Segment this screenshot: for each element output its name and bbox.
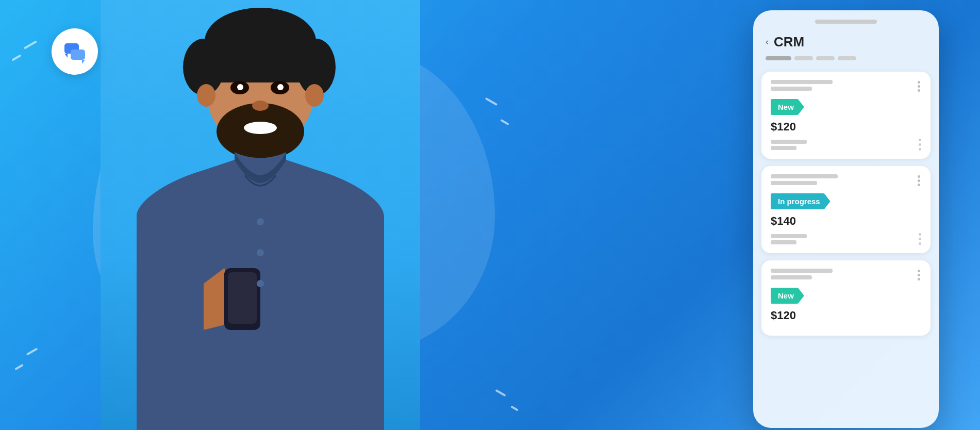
- right-dot: [919, 233, 921, 236]
- person-photo-area: [101, 0, 420, 430]
- svg-point-21: [257, 218, 264, 225]
- phone-notch: [815, 20, 877, 24]
- crm-card-3: New $120: [761, 260, 931, 336]
- card-3-menu[interactable]: [917, 269, 921, 282]
- svg-point-23: [257, 280, 264, 287]
- dot: [918, 184, 920, 186]
- phone-mockup: ‹ CRM New $120: [753, 10, 939, 428]
- right-dot: [919, 148, 921, 151]
- decor-dash-7: [495, 389, 506, 396]
- phone-tabs: [753, 56, 939, 68]
- footer-line-1: [771, 234, 807, 238]
- card-3-title-line2: [771, 275, 812, 279]
- svg-rect-1: [71, 49, 85, 60]
- svg-point-17: [197, 84, 215, 107]
- dot: [918, 274, 920, 276]
- dot: [918, 89, 920, 92]
- decor-dash-1: [24, 40, 37, 49]
- right-dot: [919, 242, 921, 245]
- footer-line-1: [771, 140, 807, 144]
- dot: [918, 270, 920, 272]
- footer-line-2: [771, 240, 796, 244]
- decor-dash-8: [510, 405, 519, 411]
- phone-content: New $120: [753, 68, 939, 428]
- right-dot: [919, 238, 921, 240]
- card-2-footer-lines: [771, 234, 807, 244]
- card-3-title: [771, 269, 833, 279]
- decor-dash-3: [485, 97, 498, 106]
- dot: [918, 179, 920, 182]
- tab-4[interactable]: [838, 56, 856, 60]
- right-dot: [919, 139, 921, 141]
- chat-icon-container: [52, 28, 98, 75]
- card-1-title: [771, 80, 833, 91]
- dot: [918, 278, 920, 280]
- card-3-title-line1: [771, 269, 833, 273]
- card-1-status-badge: New: [771, 99, 804, 115]
- tab-2[interactable]: [794, 56, 813, 60]
- tab-3[interactable]: [816, 56, 835, 60]
- card-2-menu[interactable]: [917, 174, 921, 187]
- card-2-header: [771, 174, 921, 187]
- card-1-header: [771, 80, 921, 93]
- tab-1[interactable]: [766, 56, 791, 60]
- card-2-title-line1: [771, 174, 838, 178]
- svg-point-13: [237, 84, 243, 90]
- right-dot: [919, 143, 921, 146]
- decor-dash-4: [500, 119, 509, 125]
- back-button[interactable]: ‹: [766, 37, 769, 47]
- svg-rect-8: [204, 46, 317, 82]
- dot: [918, 85, 920, 88]
- svg-point-18: [305, 84, 324, 107]
- card-1-footer-lines: [771, 140, 807, 150]
- card-1-price: $120: [771, 120, 921, 134]
- card-3-header: [771, 269, 921, 282]
- card-2-right-dots: [919, 233, 921, 245]
- decor-dash-5: [26, 348, 38, 355]
- svg-point-14: [277, 84, 284, 90]
- card-1-right-dots: [919, 139, 921, 151]
- card-2-title-line2: [771, 181, 817, 185]
- crm-card-1: New $120: [761, 72, 931, 159]
- card-1-footer: [771, 139, 921, 151]
- svg-point-16: [252, 101, 269, 111]
- crm-card-2: In progress $140: [761, 166, 931, 253]
- card-2-title: [771, 174, 838, 185]
- card-1-title-line1: [771, 80, 833, 84]
- footer-line-2: [771, 146, 796, 150]
- card-2-footer: [771, 233, 921, 245]
- svg-rect-20: [228, 272, 257, 324]
- card-1-menu[interactable]: [917, 80, 921, 93]
- chat-icon: [62, 39, 87, 64]
- card-2-price: $140: [771, 214, 921, 228]
- card-3-price: $120: [771, 309, 921, 322]
- svg-point-22: [257, 249, 264, 256]
- decor-dash-2: [11, 54, 21, 61]
- dot: [918, 175, 920, 178]
- phone-header: ‹ CRM: [753, 24, 939, 56]
- card-3-status-badge: New: [771, 288, 804, 304]
- dot: [918, 81, 920, 84]
- svg-point-15: [244, 122, 277, 134]
- person-svg: [101, 0, 420, 430]
- decor-dash-6: [14, 364, 24, 370]
- crm-title: CRM: [774, 34, 804, 50]
- card-2-status-badge: In progress: [771, 193, 830, 209]
- card-1-title-line2: [771, 87, 812, 91]
